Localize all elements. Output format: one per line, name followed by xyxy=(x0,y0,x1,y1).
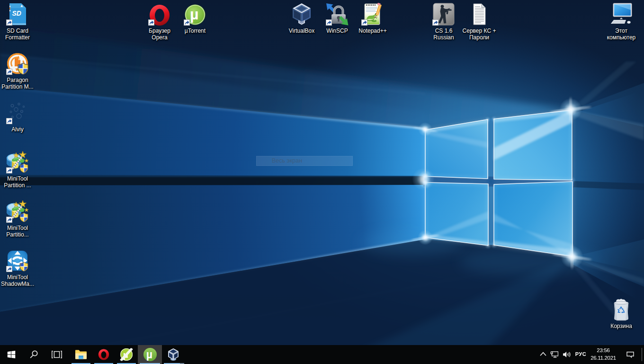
svg-text:SD: SD xyxy=(12,9,21,17)
svg-text:µ: µ xyxy=(146,348,152,361)
svg-text:µ: µ xyxy=(190,6,198,23)
